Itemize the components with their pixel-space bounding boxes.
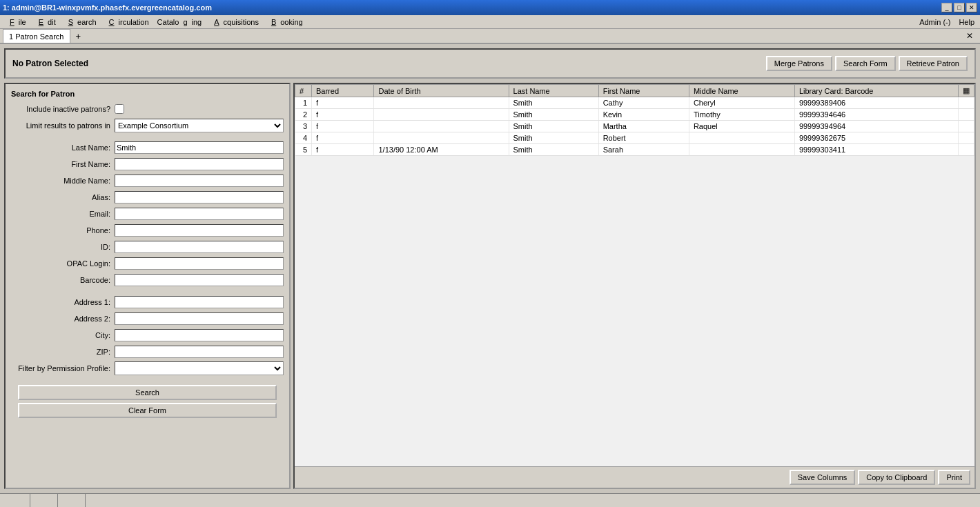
table-row[interactable]: 1 f Smith Cathy Cheryl 99999389406	[295, 97, 974, 109]
results-table: # Barred Date of Birth Last Name First N…	[295, 84, 974, 156]
first-name-row: First Name:	[11, 157, 284, 171]
cell-barcode: 99999394646	[794, 109, 958, 121]
cell-dob	[374, 97, 509, 109]
filter-profile-select[interactable]	[115, 361, 284, 375]
opac-login-input[interactable]	[115, 257, 284, 270]
table-row[interactable]: 5 f 1/13/90 12:00 AM Smith Sarah 9999930…	[295, 144, 974, 156]
cell-barred: f	[312, 132, 374, 144]
cell-firstname: Kevin	[598, 109, 689, 121]
results-footer: Save Columns Copy to Clipboard Print	[295, 466, 974, 488]
col-header-barred: Barred	[312, 85, 374, 97]
cell-barcode: 99999362675	[794, 132, 958, 144]
middle-name-label: Middle Name:	[11, 177, 115, 185]
menu-admin[interactable]: Admin (-)	[915, 17, 954, 28]
cell-middlename: Raquel	[689, 121, 794, 132]
address2-input[interactable]	[115, 312, 284, 325]
tab-label: 1 Patron Search	[9, 32, 64, 41]
search-buttons: Search Clear Form	[11, 385, 284, 418]
id-label: ID:	[11, 243, 115, 251]
phone-input[interactable]	[115, 224, 284, 237]
merge-patrons-button[interactable]: Merge Patrons	[766, 56, 832, 71]
cell-expander	[959, 121, 974, 132]
menu-cataloging[interactable]: Cataloging	[153, 17, 206, 28]
cell-middlename	[689, 132, 794, 144]
retrieve-patron-button[interactable]: Retrieve Patron	[899, 56, 968, 71]
menu-help[interactable]: Help	[954, 17, 979, 28]
menu-booking[interactable]: Booking	[263, 17, 307, 28]
results-table-container[interactable]: # Barred Date of Birth Last Name First N…	[295, 84, 974, 466]
limit-results-select[interactable]: Example Consortium	[115, 119, 284, 132]
include-inactive-label: Include inactive patrons?	[11, 105, 115, 113]
tab-patron-search[interactable]: 1 Patron Search	[3, 29, 70, 43]
table-row[interactable]: 2 f Smith Kevin Timothy 99999394646	[295, 109, 974, 121]
cell-dob	[374, 109, 509, 121]
minimize-button[interactable]: _	[941, 3, 952, 12]
alias-input[interactable]	[115, 191, 284, 203]
tab-add-button[interactable]: +	[72, 29, 86, 43]
col-header-firstname: First Name	[598, 85, 689, 97]
results-panel: # Barred Date of Birth Last Name First N…	[293, 83, 976, 489]
window-close-icon[interactable]: ✕	[962, 31, 977, 41]
middle-name-input[interactable]	[115, 175, 284, 187]
opac-login-row: OPAC Login:	[11, 257, 284, 270]
col-header-barcode: Library Card: Barcode	[794, 85, 958, 97]
cell-barred: f	[312, 109, 374, 121]
col-header-dob: Date of Birth	[374, 85, 509, 97]
cell-expander	[959, 97, 974, 109]
city-input[interactable]	[115, 329, 284, 341]
last-name-input[interactable]	[115, 141, 284, 154]
search-form-button[interactable]: Search Form	[835, 56, 896, 71]
barcode-input[interactable]	[115, 274, 284, 286]
clear-form-button[interactable]: Clear Form	[18, 403, 277, 418]
menu-acquisitions[interactable]: Acquisitions	[206, 17, 263, 28]
search-button[interactable]: Search	[18, 385, 277, 400]
patron-bar-buttons: Merge Patrons Search Form Retrieve Patro…	[766, 56, 968, 71]
title-bar-text: 1: admin@BR1-winxpvmfx.phasefx.evergreen…	[3, 3, 212, 12]
table-row[interactable]: 3 f Smith Martha Raquel 99999394964	[295, 121, 974, 132]
cell-barcode: 99999394964	[794, 121, 958, 132]
col-header-middlename: Middle Name	[689, 85, 794, 97]
id-input[interactable]	[115, 241, 284, 253]
copy-clipboard-button[interactable]: Copy to Clipboard	[858, 470, 935, 485]
zip-input[interactable]	[115, 346, 284, 358]
title-bar-controls[interactable]: _ □ ✕	[941, 3, 977, 12]
include-inactive-checkbox[interactable]	[115, 104, 124, 114]
cell-expander	[959, 109, 974, 121]
cell-expander	[959, 132, 974, 144]
cell-middlename: Timothy	[689, 109, 794, 121]
patron-bar: No Patron Selected Merge Patrons Search …	[4, 48, 976, 79]
cell-expander	[959, 144, 974, 156]
cell-lastname: Smith	[509, 109, 598, 121]
col-header-expander[interactable]: ▦	[959, 85, 974, 97]
table-row[interactable]: 4 f Smith Robert 99999362675	[295, 132, 974, 144]
maximize-button[interactable]: □	[954, 3, 965, 12]
limit-results-row: Limit results to patrons in Example Cons…	[11, 119, 284, 132]
print-button[interactable]: Print	[938, 470, 970, 485]
middle-name-row: Middle Name:	[11, 174, 284, 188]
cell-lastname: Smith	[509, 121, 598, 132]
main-content: No Patron Selected Merge Patrons Search …	[0, 44, 980, 493]
menu-search[interactable]: Search	[60, 17, 101, 28]
zip-row: ZIP:	[11, 345, 284, 359]
email-input[interactable]	[115, 208, 284, 220]
col-header-lastname: Last Name	[509, 85, 598, 97]
menu-edit[interactable]: Edit	[30, 17, 60, 28]
address1-label: Address 1:	[11, 298, 115, 306]
save-columns-button[interactable]: Save Columns	[790, 470, 856, 485]
col-header-num: #	[295, 85, 312, 97]
barcode-label: Barcode:	[11, 276, 115, 284]
address2-label: Address 2:	[11, 315, 115, 323]
filter-profile-label: Filter by Permission Profile:	[11, 364, 115, 372]
last-name-label: Last Name:	[11, 143, 115, 152]
menu-file[interactable]: File	[1, 17, 30, 28]
address1-row: Address 1:	[11, 295, 284, 309]
cell-num: 5	[295, 144, 312, 156]
email-row: Email:	[11, 207, 284, 221]
cell-barcode: 99999389406	[794, 97, 958, 109]
menu-circulation[interactable]: Circulation	[101, 17, 153, 28]
filter-profile-row: Filter by Permission Profile:	[11, 361, 284, 375]
close-button[interactable]: ✕	[966, 3, 977, 12]
barcode-row: Barcode:	[11, 273, 284, 287]
address1-input[interactable]	[115, 296, 284, 308]
first-name-input[interactable]	[115, 158, 284, 170]
